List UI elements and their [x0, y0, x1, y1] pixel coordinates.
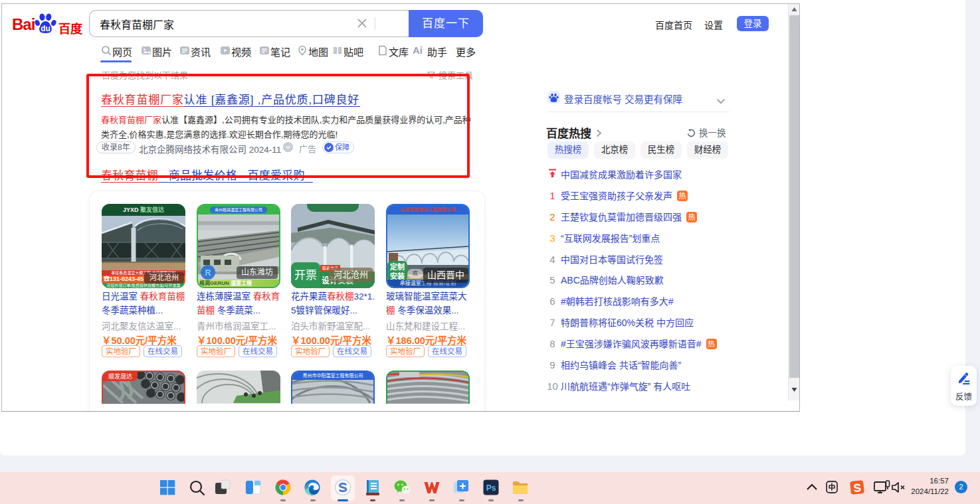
svg-text:Ps: Ps — [486, 483, 496, 493]
svg-text:du: du — [41, 24, 50, 33]
svg-text:R: R — [205, 268, 211, 278]
